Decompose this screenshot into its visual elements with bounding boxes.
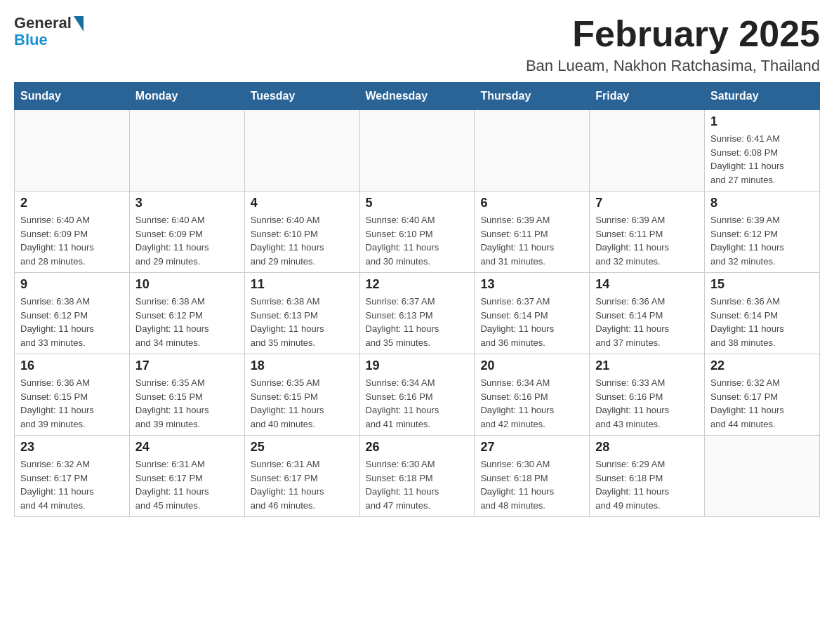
day-number: 24 [135, 440, 239, 455]
logo-general: General [14, 14, 84, 32]
calendar-cell: 11Sunrise: 6:38 AMSunset: 6:13 PMDayligh… [244, 273, 359, 354]
day-number: 7 [595, 196, 699, 210]
day-info: Sunrise: 6:40 AMSunset: 6:10 PMDaylight:… [251, 213, 354, 268]
calendar-cell: 6Sunrise: 6:39 AMSunset: 6:11 PMDaylight… [475, 192, 590, 273]
day-number: 23 [20, 440, 124, 455]
day-number: 4 [251, 196, 354, 210]
page-header: General Blue February 2025 Ban Lueam, Na… [14, 14, 820, 75]
calendar-table: SundayMondayTuesdayWednesdayThursdayFrid… [14, 82, 820, 517]
calendar-cell: 23Sunrise: 6:32 AMSunset: 6:17 PMDayligh… [15, 436, 130, 517]
calendar-cell: 1Sunrise: 6:41 AMSunset: 6:08 PMDaylight… [705, 110, 820, 192]
calendar-cell: 18Sunrise: 6:35 AMSunset: 6:15 PMDayligh… [244, 354, 359, 436]
calendar-cell [705, 436, 820, 517]
day-info: Sunrise: 6:38 AMSunset: 6:12 PMDaylight:… [135, 295, 239, 349]
day-number: 9 [20, 277, 124, 292]
day-info: Sunrise: 6:41 AMSunset: 6:08 PMDaylight:… [710, 132, 814, 187]
day-number: 19 [366, 358, 469, 373]
day-number: 5 [366, 196, 469, 210]
day-number: 16 [20, 358, 124, 373]
day-number: 18 [251, 358, 354, 373]
day-number: 3 [135, 196, 239, 210]
week-row-4: 23Sunrise: 6:32 AMSunset: 6:17 PMDayligh… [15, 436, 820, 517]
day-info: Sunrise: 6:38 AMSunset: 6:12 PMDaylight:… [20, 295, 124, 349]
day-info: Sunrise: 6:33 AMSunset: 6:16 PMDaylight:… [595, 376, 699, 431]
day-number: 13 [480, 277, 583, 292]
day-info: Sunrise: 6:38 AMSunset: 6:13 PMDaylight:… [251, 295, 354, 349]
day-number: 14 [595, 277, 699, 292]
calendar-cell: 8Sunrise: 6:39 AMSunset: 6:12 PMDaylight… [705, 192, 820, 273]
calendar-cell: 17Sunrise: 6:35 AMSunset: 6:15 PMDayligh… [129, 354, 244, 436]
title-block: February 2025 Ban Lueam, Nakhon Ratchasi… [526, 14, 820, 75]
day-number: 26 [366, 440, 469, 455]
header-row: SundayMondayTuesdayWednesdayThursdayFrid… [15, 83, 820, 110]
calendar-cell: 22Sunrise: 6:32 AMSunset: 6:17 PMDayligh… [705, 354, 820, 436]
logo-blue-text: Blue [14, 31, 48, 49]
day-info: Sunrise: 6:30 AMSunset: 6:18 PMDaylight:… [480, 457, 583, 512]
day-number: 10 [135, 277, 239, 292]
day-info: Sunrise: 6:40 AMSunset: 6:10 PMDaylight:… [366, 213, 469, 268]
calendar-cell: 26Sunrise: 6:30 AMSunset: 6:18 PMDayligh… [359, 436, 475, 517]
header-thursday: Thursday [475, 83, 590, 110]
header-tuesday: Tuesday [244, 83, 359, 110]
day-number: 11 [251, 277, 354, 292]
day-info: Sunrise: 6:39 AMSunset: 6:12 PMDaylight:… [710, 213, 814, 268]
calendar-cell: 16Sunrise: 6:36 AMSunset: 6:15 PMDayligh… [15, 354, 130, 436]
calendar-cell: 14Sunrise: 6:36 AMSunset: 6:14 PMDayligh… [590, 273, 705, 354]
day-info: Sunrise: 6:40 AMSunset: 6:09 PMDaylight:… [20, 213, 124, 268]
day-info: Sunrise: 6:36 AMSunset: 6:15 PMDaylight:… [20, 376, 124, 431]
day-info: Sunrise: 6:34 AMSunset: 6:16 PMDaylight:… [480, 376, 583, 431]
day-number: 1 [710, 114, 814, 129]
calendar-cell [129, 110, 244, 192]
day-number: 15 [710, 277, 814, 292]
day-number: 21 [595, 358, 699, 373]
calendar-cell: 5Sunrise: 6:40 AMSunset: 6:10 PMDaylight… [359, 192, 475, 273]
day-number: 2 [20, 196, 124, 210]
header-sunday: Sunday [15, 83, 130, 110]
day-info: Sunrise: 6:32 AMSunset: 6:17 PMDaylight:… [20, 457, 124, 512]
day-info: Sunrise: 6:39 AMSunset: 6:11 PMDaylight:… [480, 213, 583, 268]
day-info: Sunrise: 6:35 AMSunset: 6:15 PMDaylight:… [251, 376, 354, 431]
day-number: 8 [710, 196, 814, 210]
day-info: Sunrise: 6:29 AMSunset: 6:18 PMDaylight:… [595, 457, 699, 512]
day-info: Sunrise: 6:31 AMSunset: 6:17 PMDaylight:… [135, 457, 239, 512]
calendar-cell: 24Sunrise: 6:31 AMSunset: 6:17 PMDayligh… [129, 436, 244, 517]
week-row-1: 2Sunrise: 6:40 AMSunset: 6:09 PMDaylight… [15, 192, 820, 273]
day-number: 17 [135, 358, 239, 373]
logo-arrow-icon [74, 16, 84, 32]
day-info: Sunrise: 6:36 AMSunset: 6:14 PMDaylight:… [710, 295, 814, 349]
calendar-cell [359, 110, 475, 192]
week-row-0: 1Sunrise: 6:41 AMSunset: 6:08 PMDaylight… [15, 110, 820, 192]
day-info: Sunrise: 6:31 AMSunset: 6:17 PMDaylight:… [251, 457, 354, 512]
week-row-3: 16Sunrise: 6:36 AMSunset: 6:15 PMDayligh… [15, 354, 820, 436]
day-info: Sunrise: 6:35 AMSunset: 6:15 PMDaylight:… [135, 376, 239, 431]
day-info: Sunrise: 6:32 AMSunset: 6:17 PMDaylight:… [710, 376, 814, 431]
calendar-cell [475, 110, 590, 192]
logo-general-text: General [14, 14, 72, 32]
calendar-cell: 4Sunrise: 6:40 AMSunset: 6:10 PMDaylight… [244, 192, 359, 273]
calendar-cell [590, 110, 705, 192]
calendar-cell: 21Sunrise: 6:33 AMSunset: 6:16 PMDayligh… [590, 354, 705, 436]
day-number: 28 [595, 440, 699, 455]
week-row-2: 9Sunrise: 6:38 AMSunset: 6:12 PMDaylight… [15, 273, 820, 354]
calendar-cell: 9Sunrise: 6:38 AMSunset: 6:12 PMDaylight… [15, 273, 130, 354]
day-info: Sunrise: 6:37 AMSunset: 6:13 PMDaylight:… [366, 295, 469, 349]
calendar-cell: 27Sunrise: 6:30 AMSunset: 6:18 PMDayligh… [475, 436, 590, 517]
calendar-cell: 10Sunrise: 6:38 AMSunset: 6:12 PMDayligh… [129, 273, 244, 354]
day-info: Sunrise: 6:36 AMSunset: 6:14 PMDaylight:… [595, 295, 699, 349]
calendar-cell: 19Sunrise: 6:34 AMSunset: 6:16 PMDayligh… [359, 354, 475, 436]
day-number: 12 [366, 277, 469, 292]
day-info: Sunrise: 6:37 AMSunset: 6:14 PMDaylight:… [480, 295, 583, 349]
calendar-cell [244, 110, 359, 192]
day-info: Sunrise: 6:40 AMSunset: 6:09 PMDaylight:… [135, 213, 239, 268]
header-saturday: Saturday [705, 83, 820, 110]
calendar-cell: 25Sunrise: 6:31 AMSunset: 6:17 PMDayligh… [244, 436, 359, 517]
calendar-cell: 28Sunrise: 6:29 AMSunset: 6:18 PMDayligh… [590, 436, 705, 517]
day-info: Sunrise: 6:30 AMSunset: 6:18 PMDaylight:… [366, 457, 469, 512]
day-number: 27 [480, 440, 583, 455]
calendar-cell: 13Sunrise: 6:37 AMSunset: 6:14 PMDayligh… [475, 273, 590, 354]
calendar-cell: 20Sunrise: 6:34 AMSunset: 6:16 PMDayligh… [475, 354, 590, 436]
calendar-cell: 7Sunrise: 6:39 AMSunset: 6:11 PMDaylight… [590, 192, 705, 273]
calendar-cell: 12Sunrise: 6:37 AMSunset: 6:13 PMDayligh… [359, 273, 475, 354]
calendar-title: February 2025 [526, 14, 820, 54]
calendar-cell [15, 110, 130, 192]
